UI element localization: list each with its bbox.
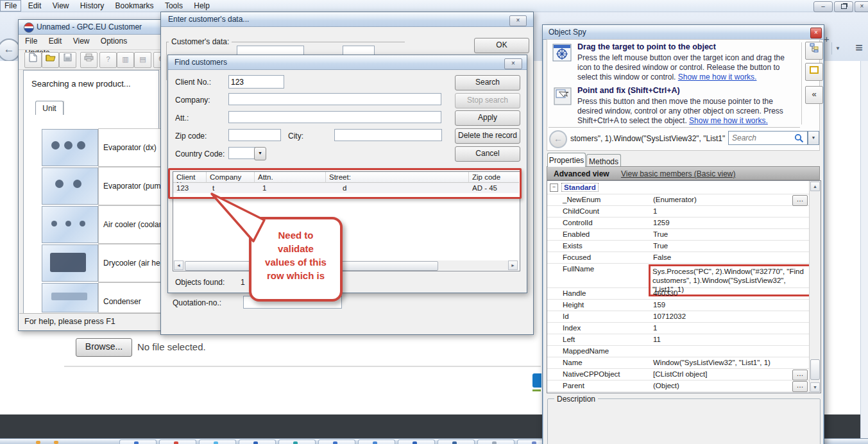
window-close-button[interactable]: × [855, 1, 868, 12]
property-row[interactable]: Left 11 [547, 334, 810, 346]
client-no-input[interactable] [228, 75, 284, 89]
object-tree-button[interactable] [805, 42, 823, 60]
property-row[interactable]: ControlId 1259 [547, 218, 810, 229]
cancel-button[interactable]: Cancel [455, 146, 520, 162]
browser-menu-view[interactable]: View [48, 0, 74, 12]
find-dialog-titlebar[interactable]: Find customers [168, 55, 527, 70]
taskbar-button[interactable] [398, 440, 435, 444]
property-row[interactable]: Height 159 [547, 300, 810, 311]
browser-menu-edit[interactable]: Edit [24, 0, 46, 12]
company-input[interactable] [228, 93, 441, 105]
quicklaunch-icon[interactable] [36, 441, 40, 444]
taskbar-button[interactable] [318, 440, 355, 444]
property-row[interactable]: ChildCount 1 [547, 206, 810, 218]
basic-view-link[interactable]: View basic members (Basic view) [621, 169, 736, 178]
country-code-select[interactable] [228, 147, 255, 159]
tab-unit[interactable]: Unit [35, 101, 64, 115]
spy-search-box[interactable] [728, 131, 808, 145]
ellipsis-button[interactable]: … [792, 195, 808, 206]
property-row-fullname[interactable]: FullName Sys.Process("PC", 2).Window("#3… [547, 264, 810, 288]
customer-dialog-close-icon[interactable]: × [509, 15, 527, 26]
scroll-down-icon[interactable]: ▼ [810, 382, 820, 392]
property-row[interactable]: Id 10712032 [547, 311, 810, 323]
property-group-row[interactable]: − Standard [547, 181, 810, 194]
spy-back-icon[interactable]: ← [549, 130, 567, 148]
page-blue-button-fragment[interactable] [532, 373, 541, 388]
browser-scrollbar[interactable] [860, 61, 868, 444]
catalog-icon[interactable]: ▥ [117, 52, 134, 68]
gpc-menu-edit[interactable]: Edit [45, 35, 66, 47]
att-input[interactable] [228, 111, 441, 123]
gpc-menu-view[interactable]: View [69, 35, 94, 47]
taskbar-button[interactable] [119, 440, 157, 444]
window-minimize-button[interactable]: – [813, 1, 833, 12]
grid-scroll-thumb[interactable] [810, 359, 820, 380]
point-howitworks-link[interactable]: Show me how it works. [689, 116, 768, 125]
stop-search-button[interactable]: Stop search [455, 93, 520, 108]
browser-menu-bookmarks[interactable]: Bookmarks [111, 0, 158, 12]
find-dialog-close-icon[interactable]: × [504, 58, 522, 69]
browser-menu-file[interactable]: File [0, 0, 21, 12]
taskbar-button[interactable] [477, 440, 515, 444]
taskbar-button[interactable] [358, 440, 395, 444]
tab-dropdown-button[interactable]: ▼ [831, 42, 844, 55]
taskbar-button[interactable] [239, 440, 276, 444]
tab-properties[interactable]: Properties [547, 153, 586, 167]
point-and-fix-icon[interactable] [554, 87, 572, 107]
hamburger-menu-button[interactable]: ≡ [852, 40, 866, 55]
browser-menu-help[interactable]: Help [189, 0, 214, 12]
property-row[interactable]: MappedName [547, 346, 810, 357]
window-restore-button[interactable] [834, 1, 853, 12]
search-button[interactable]: Search [455, 75, 520, 90]
gpc-titlebar[interactable]: Unnamed - GPC.EU Customer [19, 20, 162, 35]
drag-howitworks-link[interactable]: Show me how it works. [678, 73, 757, 81]
property-row[interactable]: Name Window("SysListView32", "List1", 1) [547, 357, 810, 369]
object-spy-titlebar[interactable]: Object Spy [543, 25, 824, 40]
ellipsis-button[interactable]: … [792, 370, 808, 380]
property-row[interactable]: NativeCPPObject [CListCtrl object] … [547, 369, 810, 380]
selected-object-path[interactable]: stomers", 1).Window("SysListView32", "Li… [570, 134, 726, 143]
property-row[interactable]: Exists True [547, 241, 810, 252]
delete-record-button[interactable]: Delete the record [455, 128, 520, 144]
taskbar-button[interactable] [159, 440, 196, 444]
highlight-object-button[interactable] [805, 63, 823, 81]
property-row[interactable]: _NewEnum (Enumerator) … [547, 194, 810, 206]
taskbar-button[interactable] [278, 440, 316, 444]
object-spy-close-icon[interactable]: × [810, 28, 822, 38]
print-icon[interactable] [80, 52, 98, 68]
collapse-group-icon[interactable]: − [550, 184, 558, 192]
drag-target-icon[interactable] [552, 44, 572, 64]
ok-button[interactable]: OK [474, 38, 529, 53]
help-search-icon[interactable]: ? [99, 52, 117, 68]
tab-methods[interactable]: Methods [586, 154, 621, 167]
gpc-menu-file[interactable]: File [21, 35, 41, 47]
city-input[interactable] [334, 129, 442, 141]
property-row[interactable]: Parent (Object) … [547, 380, 810, 392]
ellipsis-button[interactable]: … [792, 381, 808, 392]
grid-scrollbar[interactable]: ▲ ▼ [809, 181, 821, 393]
property-row[interactable]: Enabled True [547, 229, 810, 241]
gpc-menu-options[interactable]: Options [97, 35, 131, 47]
new-tab-button[interactable]: + [824, 33, 830, 44]
spy-search-input[interactable] [731, 133, 792, 143]
quicklaunch-icon[interactable] [54, 441, 58, 444]
property-row[interactable]: Index 1 [547, 323, 810, 334]
search-icon[interactable] [794, 133, 804, 143]
property-row[interactable]: Handle 460330 [547, 288, 810, 300]
save-icon[interactable] [59, 52, 76, 68]
new-document-icon[interactable] [24, 52, 42, 68]
scroll-up-icon[interactable]: ▲ [810, 182, 820, 191]
browser-menu-tools[interactable]: Tools [160, 0, 187, 12]
open-folder-icon[interactable] [42, 52, 59, 68]
browse-button[interactable]: Browse... [76, 338, 132, 357]
browser-menu-history[interactable]: History [76, 0, 108, 12]
collapse-panel-button[interactable]: « [805, 86, 823, 104]
scroll-right-icon[interactable]: ► [508, 260, 518, 270]
scroll-left-icon[interactable]: ◄ [174, 260, 183, 270]
zip-input[interactable] [228, 129, 281, 141]
taskbar-button[interactable] [438, 440, 475, 444]
table-hscrollbar[interactable]: ◄ ► [174, 260, 518, 270]
property-row-partial[interactable]: ScreenLeft 261 [547, 392, 810, 393]
customer-dialog-titlebar[interactable]: Enter customer's data... [161, 12, 533, 27]
property-row[interactable]: Focused False [547, 252, 810, 264]
